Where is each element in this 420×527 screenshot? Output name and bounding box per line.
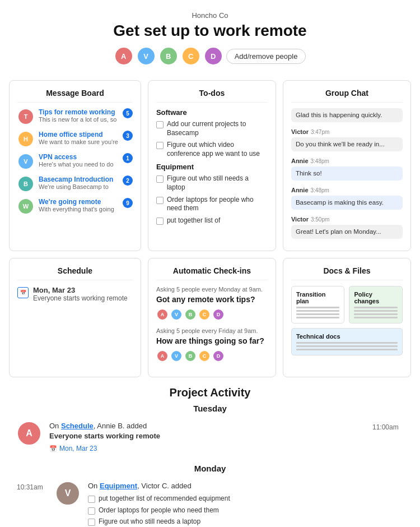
message-list: T Tips for remote working This is new fo… [17, 108, 133, 215]
todo-checkbox[interactable] [156, 197, 164, 204]
checkin-block: Asking 5 people every Monday at 9am. Got… [156, 286, 268, 321]
activity-link[interactable]: Equipment [100, 482, 137, 490]
chat-message: Glad this is happening quickly. [291, 108, 403, 122]
chat-message: Victor3:50pmGreat! Let's plan on Monday.… [291, 214, 403, 239]
activity-bold: Everyone starts working remote [49, 432, 160, 440]
todo-section-title: Software [156, 108, 268, 117]
todo-item[interactable]: Figure out which video conference app we… [156, 141, 268, 158]
activity-todos: put together list of recommended equipme… [88, 494, 403, 526]
schedule-content: 📅 Mon, Mar 23 Everyone starts working re… [17, 286, 133, 302]
doc-lines [296, 342, 398, 350]
unread-badge: 1 [123, 153, 133, 163]
todo-text: Order laptops for people who need them [167, 196, 268, 213]
todo-item[interactable]: Add our current projects to Basecamp [156, 120, 268, 137]
todo-checkbox[interactable] [156, 175, 164, 183]
schedule-desc: Everyone starts working remote [33, 294, 128, 302]
todo-checkbox[interactable] [88, 519, 95, 526]
avatar: H [17, 131, 34, 147]
todo-item[interactable]: Figure out who still needs a laptop [156, 174, 268, 192]
message-item[interactable]: B Basecamp Introduction We're using Base… [17, 175, 133, 192]
chat-time: 3:48pm [311, 187, 329, 193]
chat-bubble: Glad this is happening quickly. [291, 108, 403, 122]
avatar: C [198, 350, 211, 362]
message-item[interactable]: T Tips for remote working This is new fo… [17, 108, 133, 125]
avatar: V [170, 308, 183, 321]
chat-sender: Annie [291, 158, 309, 164]
message-preview: Here's what you need to do [39, 161, 118, 168]
avatar: B [17, 175, 34, 192]
add-people-button[interactable]: Add/remove people [226, 49, 306, 64]
activity-action: On Equipment, Victor C. added [88, 481, 403, 491]
cards-grid: Message Board T Tips for remote working … [0, 80, 420, 386]
activity-todo-item[interactable]: Figure out who still needs a laptop [88, 517, 403, 526]
auto-checkins-card: Automatic Check-ins Asking 5 people ever… [148, 258, 276, 377]
todo-checkbox[interactable] [88, 507, 95, 515]
todo-checkbox[interactable] [156, 142, 164, 149]
group-chat-title: Group Chat [291, 89, 403, 103]
avatar: V [170, 350, 183, 362]
calendar-icon: 📅 [17, 287, 29, 298]
activity-todo-item[interactable]: put together list of recommended equipme… [88, 494, 403, 503]
todo-item[interactable]: Order laptops for people who need them [156, 196, 268, 213]
schedule-title: Schedule [17, 266, 133, 280]
unread-badge: 3 [123, 131, 133, 141]
chat-message: Victor3:47pmDo you think we'll be ready … [291, 126, 403, 151]
todo-text: Figure out who still needs a laptop [99, 517, 200, 526]
todo-checkbox[interactable] [156, 121, 164, 128]
doc-lines [296, 307, 340, 318]
activity-content: On Equipment, Victor C. addedput togethe… [88, 481, 403, 527]
chat-time: 3:47pm [311, 129, 329, 135]
message-item[interactable]: W We're going remote With everything tha… [17, 198, 133, 215]
activity-item: 10:31amVOn Equipment, Victor C. addedput… [17, 481, 403, 527]
activity-sub-item: 📅Mon, Mar 23 [49, 445, 365, 452]
chat-message: Annie3:48pmThink so! [291, 155, 403, 181]
message-item[interactable]: H Home office stipend We want to make su… [17, 131, 133, 147]
avatar: B [184, 308, 197, 321]
todo-text: Add our current projects to Basecamp [167, 120, 268, 137]
message-item[interactable]: V VPN access Here's what you need to do … [17, 153, 133, 170]
avatar: B [184, 350, 197, 362]
todo-checkbox[interactable] [156, 218, 164, 225]
project-activity-section: Project Activity TuesdayAOn Schedule, An… [0, 386, 420, 527]
avatar: V [55, 481, 80, 506]
avatar: A [156, 308, 169, 321]
chat-message: Annie3:48pmBasecamp is making this easy. [291, 184, 403, 210]
avatar: W [17, 198, 34, 215]
chat-time: 3:48pm [311, 158, 329, 164]
doc-card[interactable]: Technical docs [291, 328, 403, 355]
avatar: D [212, 350, 225, 362]
activity-content: On Schedule, Annie B. addedEveryone star… [49, 421, 365, 452]
doc-lines [354, 307, 398, 318]
checkin-question: Got any remote work tips? [156, 295, 268, 304]
schedule-date: Mon, Mar 23 [33, 286, 128, 294]
activity-time: 10:31am [17, 481, 48, 491]
todo-text: put together list of [167, 216, 220, 225]
doc-card[interactable]: Policy changes [349, 286, 403, 323]
message-board-card: Message Board T Tips for remote working … [9, 80, 141, 251]
doc-card[interactable]: Transition plan [291, 286, 345, 323]
activity-day-title: Monday [17, 464, 403, 473]
avatar: V [17, 153, 34, 170]
avatar: A [114, 47, 133, 66]
chat-content: Glad this is happening quickly.Victor3:4… [291, 108, 403, 239]
checkin-question: How are things going so far? [156, 336, 268, 345]
avatar: T [17, 108, 34, 125]
activity-todo-item[interactable]: Order laptops for people who need them [88, 506, 403, 515]
doc-title: Transition plan [296, 291, 340, 304]
doc-title: Technical docs [296, 333, 398, 340]
avatar: C [198, 308, 211, 321]
todo-checkbox[interactable] [88, 496, 95, 503]
todo-section-title: Equipment [156, 163, 268, 171]
docs-grid: Transition plan Policy changes Technical… [291, 286, 403, 355]
checkins-content: Asking 5 people every Monday at 9am. Got… [156, 286, 268, 362]
checkin-avatars: AVBCD [156, 308, 268, 321]
chat-sender: Victor [291, 128, 309, 135]
schedule-entry: 📅 Mon, Mar 23 Everyone starts working re… [17, 286, 133, 302]
avatar: V [137, 47, 156, 66]
todo-item[interactable]: put together list of [156, 216, 268, 225]
todo-text: Figure out who still needs a laptop [167, 174, 268, 192]
checkin-asking: Asking 5 people every Friday at 9am. [156, 327, 268, 334]
activity-link[interactable]: Schedule [61, 422, 94, 430]
message-content: Tips for remote working This is new for … [39, 108, 118, 123]
docs-content: Transition plan Policy changes Technical… [291, 286, 403, 355]
